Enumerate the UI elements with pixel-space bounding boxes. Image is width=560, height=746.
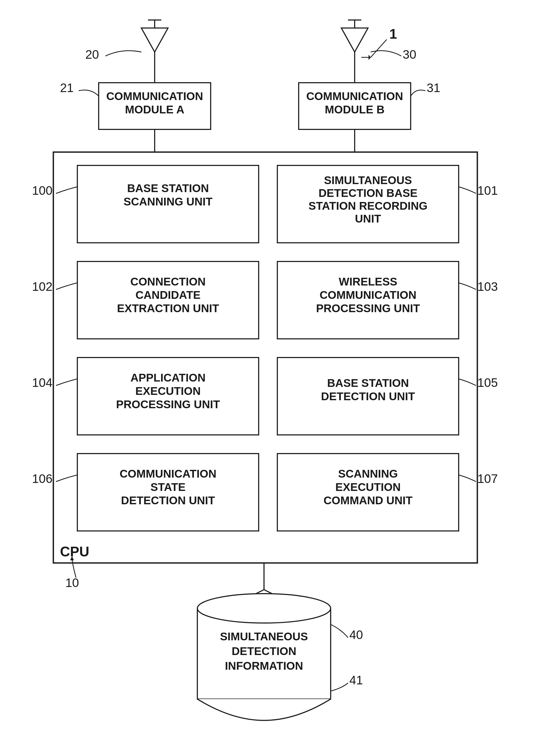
unit-103-line2: COMMUNICATION (320, 289, 416, 301)
antenna-a-symbol (141, 20, 168, 83)
ref-41-label: 41 (349, 673, 363, 687)
ref-1: 1 (389, 26, 397, 41)
unit-101-line3: STATION RECORDING (308, 200, 428, 212)
antenna-b-symbol (341, 20, 368, 83)
svg-marker-3 (141, 28, 168, 52)
unit-102-line2: CANDIDATE (136, 289, 201, 301)
ref-103-label: 103 (477, 280, 498, 293)
unit-106-line3: DETECTION UNIT (121, 494, 215, 507)
unit-104-line3: PROCESSING UNIT (116, 398, 220, 411)
unit-101-line2: DETECTION BASE (318, 187, 417, 199)
ref-102-label: 102 (32, 280, 53, 293)
ref-101-label: 101 (477, 183, 498, 197)
ref-20-label: 20 (85, 48, 99, 61)
unit-107-line1: SCANNING (338, 467, 398, 480)
ref-21-label: 21 (60, 81, 73, 95)
unit-102-line3: EXTRACTION UNIT (117, 302, 219, 315)
db-line1: SIMULTANEOUS (220, 630, 308, 643)
unit-107-line2: EXECUTION (335, 481, 401, 493)
ref-30-label: 30 (403, 48, 416, 61)
diagram-container: 1 20 30 COMMUNICATION MODULE A 21 COMMUN… (0, 0, 560, 746)
unit-105-line1: BASE STATION (327, 377, 409, 389)
comm-module-a-line1: COMMUNICATION (106, 90, 203, 103)
unit-104-line1: APPLICATION (130, 371, 206, 384)
unit-104-line2: EXECUTION (135, 385, 201, 397)
unit-101-line1: SIMULTANEOUS (324, 174, 412, 186)
ref-104-label: 104 (32, 376, 53, 390)
ref-40-label: 40 (349, 628, 363, 642)
database-top-ellipse (197, 594, 331, 623)
unit-100-line1: BASE STATION (127, 182, 209, 195)
ref-105-label: 105 (477, 376, 498, 390)
unit-105-line2: DETECTION UNIT (321, 390, 415, 403)
ref-100-label: 100 (32, 183, 53, 197)
unit-107-line3: COMMAND UNIT (323, 494, 413, 507)
svg-marker-2 (369, 55, 371, 60)
unit-101-line4: UNIT (355, 212, 381, 225)
db-line3: INFORMATION (225, 660, 303, 672)
ref-10-label: 10 (65, 576, 79, 590)
unit-103-line3: PROCESSING UNIT (316, 302, 420, 315)
unit-106-line1: COMMUNICATION (119, 467, 216, 480)
svg-marker-7 (341, 28, 368, 52)
ref-106-label: 106 (32, 472, 53, 486)
comm-module-b-line2: MODULE B (325, 103, 385, 116)
comm-module-b-line1: COMMUNICATION (306, 90, 403, 103)
unit-103-line1: WIRELESS (339, 275, 397, 288)
ref-107-label: 107 (477, 472, 498, 486)
db-line2: DETECTION (232, 645, 297, 657)
unit-106-line2: STATE (150, 481, 185, 493)
cpu-label: CPU (60, 544, 89, 559)
unit-100-line2: SCANNING UNIT (123, 195, 212, 208)
comm-module-a-line2: MODULE A (125, 103, 184, 116)
svg-line-0 (371, 39, 387, 57)
ref-31-label: 31 (427, 81, 440, 95)
unit-102-line1: CONNECTION (130, 275, 206, 288)
